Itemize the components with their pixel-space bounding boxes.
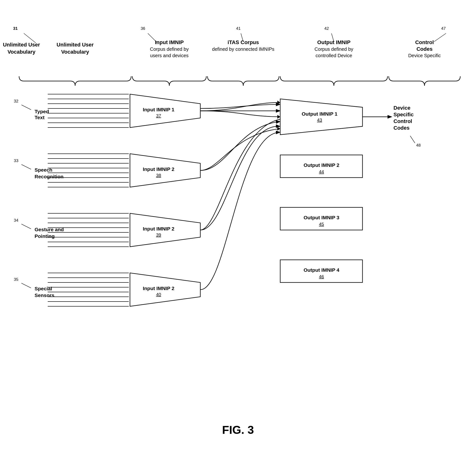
device-codes-1: Device [393, 105, 410, 111]
output-imnip-4-label: Output IMNIP 4 [304, 267, 339, 273]
device-codes-4: Codes [393, 125, 409, 131]
input-imnip-2-label: Input IMNIP 2 [143, 166, 175, 172]
source-32-label-1: Typed [34, 109, 49, 114]
col4-title-1: Output IMNIP [317, 39, 350, 45]
ref-32-line [21, 105, 31, 110]
output-imnip-4-ref: 46 [319, 274, 324, 279]
col1-title-1: Unlimited User [57, 42, 94, 48]
col4-title-2: Corpus defined by [314, 46, 353, 52]
ref-41: 41 [236, 26, 241, 31]
ref-33: 33 [14, 159, 18, 163]
col5-title-3: Device Specific [408, 53, 441, 58]
ref-36: 36 [141, 26, 145, 31]
input-imnip-3-ref: 39 [156, 232, 161, 237]
ref-47-line [434, 33, 446, 42]
input-imnip-3-label: Input IMNIP 2 [143, 226, 175, 231]
curve-3-to-out1 [200, 119, 280, 230]
source-35-label-1: Special [34, 286, 52, 291]
brace-col2 [132, 76, 206, 86]
col1-label-line2: Vocabulary [8, 49, 36, 55]
ref-42: 42 [324, 26, 329, 31]
device-codes-3: Control [393, 118, 412, 124]
col1-label-line1: Unlimited User [3, 42, 40, 48]
ref-33-line [21, 165, 31, 169]
arrowhead-1 [277, 101, 280, 104]
ref-31-line [24, 33, 36, 43]
input-imnip-4-ref: 40 [156, 292, 161, 297]
col4-title-3: controlled Device [315, 53, 352, 58]
ref-35: 35 [14, 277, 18, 282]
col2-title-2: Corpus defined by [150, 46, 189, 52]
ref-34: 34 [14, 218, 18, 223]
flow-4-1 [201, 132, 280, 290]
output-imnip-1-shape [280, 99, 363, 135]
brace-col1 [19, 76, 131, 86]
output-imnip-2-label: Output IMNIP 2 [304, 162, 339, 168]
device-codes-2: Specific [393, 112, 414, 117]
output-imnip-1-label: Output IMNIP 1 [302, 111, 337, 117]
ref-31: 31 [13, 26, 18, 31]
output-imnip-1-ref: 43 [317, 117, 322, 123]
ref-34-line [21, 224, 31, 229]
curve-1-to-out1-mid [200, 111, 280, 117]
col1-title-2: Vocabulary [61, 49, 89, 55]
input-imnip-4-label: Input IMNIP 2 [143, 285, 175, 291]
diagram: 31 Unlimited User Vocabulary Unlimited U… [0, 0, 476, 461]
ref-48: 48 [416, 143, 421, 148]
ref-35-line [21, 283, 31, 288]
output-imnip-3-ref: 45 [319, 222, 324, 227]
brace-col3 [207, 76, 279, 86]
output-imnip-2-ref: 44 [319, 169, 324, 174]
col2-title-3: users and devices [150, 53, 188, 58]
ref-32: 32 [14, 99, 18, 103]
input-imnip-1-ref: 37 [156, 113, 161, 118]
col5-title-1: Control [415, 39, 434, 45]
source-35-label-2: Sensors [34, 293, 54, 298]
ref-48-line [410, 136, 415, 143]
output-imnip-3-label: Output IMNIP 3 [304, 215, 339, 220]
source-32-label-2: Text [34, 115, 45, 120]
col3-title-1: iTAS Corpus [228, 39, 259, 45]
col3-title-2: defined by connected IMNIPs [212, 46, 274, 52]
arrowhead-2 [277, 115, 280, 119]
source-33-label-2: Recognition [34, 174, 63, 179]
fig-label: FIG. 3 [222, 424, 254, 436]
source-34-label-2: Pointing [34, 233, 55, 239]
brace-col5 [389, 76, 460, 86]
input-imnip-1-label: Input IMNIP 1 [143, 107, 175, 112]
brace-col4 [280, 76, 388, 86]
col2-title-1: Input IMNIP [155, 39, 184, 45]
col5-title-2: Codes [416, 46, 432, 52]
flow-1-1 [201, 104, 280, 109]
arrowhead-3 [277, 127, 280, 131]
ref-47: 47 [441, 26, 446, 31]
input-imnip-2-ref: 38 [156, 173, 161, 178]
